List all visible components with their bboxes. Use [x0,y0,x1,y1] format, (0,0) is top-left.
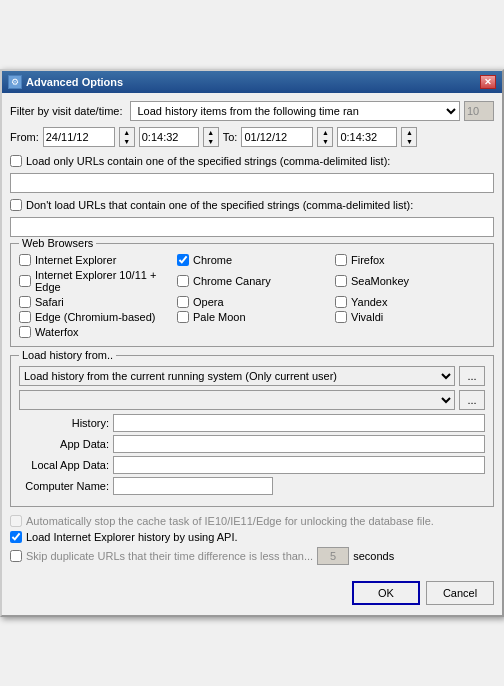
to-time-down[interactable]: ▼ [402,137,416,146]
history-label: History: [19,417,109,429]
browser-label-ie: Internet Explorer [35,254,116,266]
from-date-input[interactable] [43,127,115,147]
browser-checkbox-chrome-canary[interactable] [177,275,189,287]
browser-item-opera: Opera [177,296,327,308]
load-path-dropdown[interactable] [19,390,455,410]
browser-item-palemoon: Pale Moon [177,311,327,323]
to-date-spin[interactable]: ▲ ▼ [317,127,333,147]
browser-checkbox-vivaldi[interactable] [335,311,347,323]
title-bar-left: ⚙ Advanced Options [8,75,123,89]
browser-checkbox-ie-edge[interactable] [19,275,31,287]
to-date-down[interactable]: ▼ [318,137,332,146]
local-appdata-input[interactable] [113,456,485,474]
browser-label-ie-edge: Internet Explorer 10/11 + Edge [35,269,169,293]
browser-label-edge-chromium: Edge (Chromium-based) [35,311,155,323]
url-exclude-row: Don't load URLs that contain one of the … [10,199,494,211]
browser-item-edge-chromium: Edge (Chromium-based) [19,311,169,323]
browser-item-yandex: Yandex [335,296,485,308]
button-row: OK Cancel [10,577,494,607]
date-row: From: ▲ ▼ ▲ ▼ To: ▲ ▼ ▲ ▼ [10,127,494,147]
auto-stop-row: Automatically stop the cache task of IE1… [10,515,494,527]
appdata-label: App Data: [19,438,109,450]
browser-item-waterfox: Waterfox [19,326,169,338]
auto-stop-checkbox[interactable] [10,515,22,527]
appdata-input[interactable] [113,435,485,453]
browser-checkbox-firefox[interactable] [335,254,347,266]
load-from-dropdown[interactable]: Load history from the current running sy… [19,366,455,386]
to-time-input[interactable] [337,127,397,147]
to-date-input[interactable] [241,127,313,147]
from-date-down[interactable]: ▼ [120,137,134,146]
close-button[interactable]: ✕ [480,75,496,89]
browser-label-vivaldi: Vivaldi [351,311,383,323]
browse-button-2[interactable]: ... [459,390,485,410]
browser-item-ie-edge: Internet Explorer 10/11 + Edge [19,269,169,293]
browser-label-safari: Safari [35,296,64,308]
to-time-up[interactable]: ▲ [402,128,416,137]
browser-label-palemoon: Pale Moon [193,311,246,323]
to-date-up[interactable]: ▲ [318,128,332,137]
seconds-input[interactable] [317,547,349,565]
filter-days-input[interactable] [464,101,494,121]
browser-checkbox-ie[interactable] [19,254,31,266]
history-input[interactable] [113,414,485,432]
from-date-spin[interactable]: ▲ ▼ [119,127,135,147]
browser-grid: Internet Explorer Chrome Firefox Interne… [19,254,485,338]
browser-label-chrome-canary: Chrome Canary [193,275,271,287]
browser-label-chrome: Chrome [193,254,232,266]
web-browsers-title: Web Browsers [19,237,96,249]
browser-label-waterfox: Waterfox [35,326,79,338]
from-time-input[interactable] [139,127,199,147]
cancel-button[interactable]: Cancel [426,581,494,605]
browser-checkbox-yandex[interactable] [335,296,347,308]
browser-item-safari: Safari [19,296,169,308]
computer-name-row: Computer Name: [19,477,485,495]
title-bar: ⚙ Advanced Options ✕ [2,71,502,93]
url-exclude-input[interactable] [10,217,494,237]
auto-stop-label: Automatically stop the cache task of IE1… [26,515,434,527]
computer-label: Computer Name: [19,480,109,492]
url-exclude-checkbox[interactable] [10,199,22,211]
browser-checkbox-edge-chromium[interactable] [19,311,31,323]
ok-button[interactable]: OK [352,581,420,605]
browser-checkbox-waterfox[interactable] [19,326,31,338]
url-exclude-label: Don't load URLs that contain one of the … [26,199,413,211]
filter-label: Filter by visit date/time: [10,105,122,117]
from-date-up[interactable]: ▲ [120,128,134,137]
browser-item-firefox: Firefox [335,254,485,266]
window-title: Advanced Options [26,76,123,88]
skip-label: Skip duplicate URLs that their time diff… [26,550,313,562]
local-appdata-label: Local App Data: [19,459,109,471]
browser-checkbox-seamonkey[interactable] [335,275,347,287]
ie-api-row: Load Internet Explorer history by using … [10,531,494,543]
from-time-spin[interactable]: ▲ ▼ [203,127,219,147]
title-icon: ⚙ [8,75,22,89]
browser-checkbox-safari[interactable] [19,296,31,308]
browser-checkbox-chrome[interactable] [177,254,189,266]
skip-duplicate-checkbox[interactable] [10,550,22,562]
url-include-row: Load only URLs contain one of the specif… [10,155,494,167]
filter-dropdown[interactable]: Load history items from the following ti… [130,101,460,121]
ie-api-checkbox[interactable] [10,531,22,543]
browser-checkbox-palemoon[interactable] [177,311,189,323]
browser-label-opera: Opera [193,296,224,308]
filter-row: Filter by visit date/time: Load history … [10,101,494,121]
url-include-input[interactable] [10,173,494,193]
local-appdata-row: Local App Data: [19,456,485,474]
computer-input[interactable] [113,477,273,495]
browse-button-1[interactable]: ... [459,366,485,386]
url-include-checkbox[interactable] [10,155,22,167]
to-time-spin[interactable]: ▲ ▼ [401,127,417,147]
browser-item-seamonkey: SeaMonkey [335,269,485,293]
to-label: To: [223,131,238,143]
load-history-title: Load history from.. [19,349,116,361]
from-time-down[interactable]: ▼ [204,137,218,146]
bottom-section: Automatically stop the cache task of IE1… [10,515,494,577]
browser-item-chrome: Chrome [177,254,327,266]
browser-item-ie: Internet Explorer [19,254,169,266]
load-from-row2: ... [19,390,485,410]
browser-checkbox-opera[interactable] [177,296,189,308]
from-time-up[interactable]: ▲ [204,128,218,137]
load-from-row1: Load history from the current running sy… [19,366,485,386]
skip-duplicate-row: Skip duplicate URLs that their time diff… [10,547,494,565]
